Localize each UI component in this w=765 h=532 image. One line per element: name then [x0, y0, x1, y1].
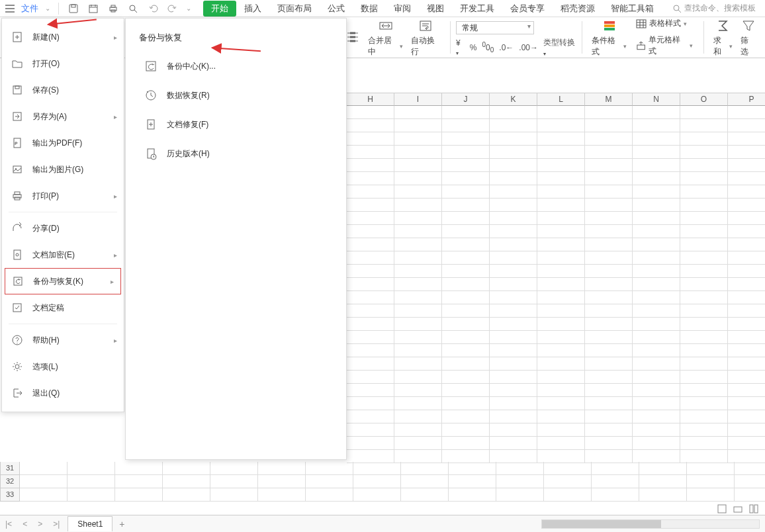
cell[interactable]	[20, 475, 68, 488]
cell[interactable]	[537, 357, 585, 371]
cell[interactable]	[442, 304, 490, 318]
cell[interactable]	[394, 450, 442, 463]
cell[interactable]	[490, 304, 537, 318]
cell[interactable]	[537, 146, 585, 159]
cell[interactable]	[394, 423, 442, 437]
sheet-nav-next[interactable]: >	[32, 519, 48, 529]
cell[interactable]	[633, 357, 680, 371]
cell[interactable]	[633, 304, 680, 318]
tab-review[interactable]: 审阅	[386, 0, 419, 17]
cell[interactable]	[394, 291, 442, 304]
cell[interactable]	[442, 397, 490, 410]
col-header[interactable]: J	[442, 93, 490, 106]
cell[interactable]	[490, 225, 537, 238]
cell[interactable]	[633, 146, 680, 159]
cell[interactable]	[442, 384, 490, 397]
status-icon[interactable]	[717, 504, 727, 513]
cell[interactable]	[728, 225, 765, 238]
cell[interactable]	[633, 185, 680, 199]
row-header[interactable]: 31	[0, 462, 20, 475]
cell[interactable]	[633, 371, 680, 384]
cell[interactable]	[728, 159, 765, 172]
cell[interactable]	[442, 251, 490, 265]
table-style-button[interactable]: 表格样式▾	[636, 18, 692, 29]
cell[interactable]	[394, 344, 442, 357]
menu-options[interactable]: 选项(L)	[2, 353, 124, 380]
cell[interactable]	[394, 185, 442, 199]
cell[interactable]	[394, 397, 442, 410]
cell[interactable]	[347, 291, 394, 304]
cell[interactable]	[490, 132, 537, 146]
cell[interactable]	[442, 199, 490, 212]
cell[interactable]	[490, 159, 537, 172]
cell[interactable]	[680, 397, 728, 410]
cell[interactable]	[728, 132, 765, 146]
cell[interactable]	[639, 462, 687, 475]
cell[interactable]	[680, 291, 728, 304]
cell[interactable]	[442, 146, 490, 159]
cell[interactable]	[68, 488, 115, 502]
cell[interactable]	[442, 371, 490, 384]
cell[interactable]	[592, 475, 639, 488]
cell[interactable]	[347, 410, 394, 423]
cell[interactable]	[347, 384, 394, 397]
cell[interactable]	[728, 212, 765, 225]
spreadsheet-grid[interactable]: // generated	[347, 106, 765, 463]
cell[interactable]	[490, 265, 537, 278]
cell[interactable]	[394, 172, 442, 185]
col-header[interactable]: L	[537, 93, 585, 106]
merge-center-button[interactable]: 合并居中▾	[364, 18, 406, 58]
cell[interactable]	[585, 225, 633, 238]
cell[interactable]	[537, 132, 585, 146]
cell[interactable]	[687, 475, 735, 488]
cell[interactable]	[490, 146, 537, 159]
conditional-format-button[interactable]: 条件格式▾	[588, 18, 631, 58]
cell[interactable]	[394, 225, 442, 238]
cell[interactable]	[728, 251, 765, 265]
tab-view[interactable]: 视图	[419, 0, 452, 17]
cell[interactable]	[353, 488, 401, 502]
cell[interactable]	[442, 172, 490, 185]
cell[interactable]	[633, 199, 680, 212]
menu-save-as[interactable]: 另存为(A) ▸	[2, 103, 124, 130]
cell[interactable]	[442, 331, 490, 344]
cell[interactable]	[680, 251, 728, 265]
cell[interactable]	[394, 238, 442, 251]
cell[interactable]	[442, 212, 490, 225]
cell[interactable]	[442, 185, 490, 199]
cell[interactable]	[115, 462, 163, 475]
status-icon[interactable]	[749, 504, 758, 513]
cell[interactable]	[490, 344, 537, 357]
cell[interactable]	[490, 212, 537, 225]
cell[interactable]	[633, 437, 680, 450]
cell[interactable]	[728, 397, 765, 410]
cell[interactable]	[490, 318, 537, 331]
cell[interactable]	[537, 185, 585, 199]
cell[interactable]	[347, 304, 394, 318]
cell[interactable]	[442, 410, 490, 423]
cell[interactable]	[633, 172, 680, 185]
cell[interactable]	[394, 199, 442, 212]
cell[interactable]	[401, 475, 449, 488]
cell[interactable]	[633, 159, 680, 172]
tab-formula[interactable]: 公式	[320, 0, 353, 17]
cell[interactable]	[680, 225, 728, 238]
cell[interactable]	[585, 423, 633, 437]
cell[interactable]	[347, 450, 394, 463]
filter-button[interactable]: 筛选	[737, 18, 760, 58]
cell[interactable]	[394, 265, 442, 278]
cell[interactable]	[585, 450, 633, 463]
menu-save[interactable]: 保存(S)	[2, 77, 124, 103]
cell[interactable]	[347, 132, 394, 146]
submenu-history[interactable]: 历史版本(H)	[126, 139, 346, 168]
cell[interactable]	[347, 397, 394, 410]
cell[interactable]	[394, 437, 442, 450]
cell[interactable]	[442, 450, 490, 463]
cell[interactable]	[442, 238, 490, 251]
cell[interactable]	[537, 199, 585, 212]
col-header[interactable]: N	[633, 93, 680, 106]
cell[interactable]	[490, 238, 537, 251]
cell[interactable]	[394, 357, 442, 371]
cell[interactable]	[728, 172, 765, 185]
cell[interactable]	[347, 185, 394, 199]
